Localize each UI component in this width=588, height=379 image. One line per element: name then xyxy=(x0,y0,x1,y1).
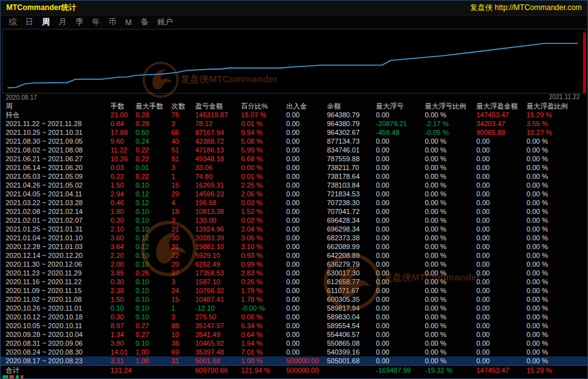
cell: 0.00 % xyxy=(425,269,476,277)
column-header[interactable]: 盈亏金额 xyxy=(195,102,241,110)
table-row[interactable]: 持仓21.000.2875145319.8715.07 %0.00964380.… xyxy=(1,110,587,119)
table-row[interactable]: 2021.11.22 ~ 2021.11.280.840.28378.120.0… xyxy=(1,119,587,128)
table-row[interactable]: 2020.10.26 ~ 2020.11.010.100.101-12.10-0… xyxy=(1,304,587,312)
column-header[interactable]: 百分比% xyxy=(241,102,286,110)
cell: 51 xyxy=(171,154,195,163)
cell: 3.10 % xyxy=(241,242,286,251)
cell: 5.99 % xyxy=(241,146,286,154)
column-header[interactable]: 最大浮盈金额 xyxy=(476,102,527,110)
cell: 0.22 xyxy=(110,172,136,181)
table-row[interactable]: 2020.08.31 ~ 2020.09.063.800.103810465.9… xyxy=(1,339,587,348)
column-header[interactable]: 最大浮亏 xyxy=(376,102,425,110)
table-row[interactable]: 2020.09.28 ~ 2020.10.041.340.27103541.49… xyxy=(1,330,587,339)
column-header[interactable]: 最大手数 xyxy=(136,102,171,110)
cell: 0.00 xyxy=(476,207,527,216)
cell: 0.00 % xyxy=(425,233,476,242)
table-row[interactable]: 2021.08.02 ~ 2021.08.0811.220.225147186.… xyxy=(1,146,587,154)
table-row[interactable]: 2020.12.14 ~ 2020.12.202.200.10225929.10… xyxy=(1,251,587,260)
column-header[interactable]: 出入金 xyxy=(286,102,327,110)
brand-link[interactable]: 复盘侠 http://MTCommander.com xyxy=(470,3,582,13)
table-row[interactable]: 2020.11.16 ~ 2020.11.220.300.1031587.100… xyxy=(1,277,587,286)
table-row[interactable]: 2020.10.05 ~ 2020.10.118.970.278835147.9… xyxy=(1,321,587,330)
cell: -459.48 xyxy=(376,128,425,137)
week-range: 2021.08.02 ~ 2021.08.08 xyxy=(6,146,110,154)
table-row[interactable]: 2020.08.24 ~ 2020.08.3014.011.006935397.… xyxy=(1,348,587,356)
cell: 0.00 xyxy=(476,146,527,154)
cell: 636279.79 xyxy=(327,260,376,269)
table-row[interactable]: 2021.10.25 ~ 2021.10.3117.880.506687167.… xyxy=(1,128,587,137)
column-header[interactable]: 余额 xyxy=(327,102,376,110)
table-row[interactable]: 2021.05.03 ~ 2021.05.090.220.22174.800.0… xyxy=(1,172,587,181)
table-row[interactable]: 2020.11.02 ~ 2020.11.081.500.101510487.4… xyxy=(1,295,587,304)
cell: 1 xyxy=(171,172,195,181)
cell: 0.00 % xyxy=(425,163,476,172)
table-row[interactable]: 2021.02.08 ~ 2021.02.141.800.101810813.3… xyxy=(1,207,587,216)
table-row[interactable]: 2021.04.05 ~ 2021.04.112.940.122914596.2… xyxy=(1,190,587,198)
cell: 35147.97 xyxy=(195,321,241,330)
table-row[interactable]: 2020.10.12 ~ 2020.10.180.300.103275.500.… xyxy=(1,312,587,321)
equity-curve-line xyxy=(8,43,578,88)
cell: -0.05 % xyxy=(425,128,476,137)
cell: 3.64 xyxy=(110,242,136,251)
table-row[interactable]: 2021.08.30 ~ 2021.09.059.600.244042388.7… xyxy=(1,137,587,146)
cell: 29 xyxy=(171,190,195,198)
table-row[interactable]: 2021.02.01 ~ 2021.02.070.300.103130.000.… xyxy=(1,216,587,225)
menu-item-币[interactable]: 币 xyxy=(107,16,119,28)
cell: 0.00 xyxy=(376,216,425,225)
week-range: 2021.05.03 ~ 2021.05.09 xyxy=(6,172,110,181)
cell: 51 xyxy=(171,146,195,154)
menu-item-日[interactable]: 日 xyxy=(24,16,36,28)
cell: 6.34 % xyxy=(241,321,286,330)
menu-item-M[interactable]: M xyxy=(124,18,134,28)
menu-item-综[interactable]: 综 xyxy=(7,16,19,28)
axis-end-date: 2021.11.22 xyxy=(549,93,580,100)
cell: 500000.00 xyxy=(286,366,327,375)
menu-item-备[interactable]: 备 xyxy=(139,16,151,28)
cell: 0.00 xyxy=(286,172,327,181)
cell: 0.00 xyxy=(376,330,425,339)
cell: 550865.08 xyxy=(327,339,376,348)
table-row[interactable]: 2020.11.30 ~ 2020.12.062.000.10206262.49… xyxy=(1,260,587,269)
cell: 0.10 xyxy=(136,216,171,225)
column-header[interactable]: 最大浮盈比例 xyxy=(527,102,587,110)
cell: 0.00 xyxy=(376,110,425,119)
table-row[interactable]: 2020.12.28 ~ 2021.01.033.640.123119881.1… xyxy=(1,242,587,251)
table-row[interactable]: 2020.11.23 ~ 2020.11.293.850.253717358.5… xyxy=(1,269,587,277)
table-row[interactable]: 2021.01.04 ~ 2021.01.103.600.123020283.3… xyxy=(1,233,587,242)
menu-item-周[interactable]: 周 xyxy=(40,16,52,28)
table-row[interactable]: 2021.04.26 ~ 2021.05.021.500.101516269.3… xyxy=(1,181,587,190)
menu-item-年[interactable]: 年 xyxy=(90,16,102,28)
cell: 3 xyxy=(171,216,195,225)
cell: 3.31 xyxy=(110,356,136,365)
column-header[interactable]: 周 xyxy=(6,102,110,110)
week-range: 2020.08.24 ~ 2020.08.30 xyxy=(6,348,110,356)
cell: 11.22 xyxy=(110,146,136,154)
table-row[interactable]: 2021.03.22 ~ 2021.03.280.460.124196.580.… xyxy=(1,198,587,207)
equity-chart[interactable] xyxy=(2,29,586,93)
cell: 0.03 xyxy=(110,163,136,172)
column-header[interactable]: 最大浮亏比例 xyxy=(425,102,476,110)
cell: 0.10 xyxy=(136,339,171,348)
cell: 0.84 xyxy=(110,119,136,128)
menu-item-月[interactable]: 月 xyxy=(57,16,69,28)
cell: 7.01 % xyxy=(241,348,286,356)
table-row[interactable]: 2020.08.17 ~ 2020.08.233.311.00315001.68… xyxy=(1,356,587,365)
table-row[interactable]: 2021.06.14 ~ 2021.06.200.030.01333.060.0… xyxy=(1,163,587,172)
cell: 3.60 xyxy=(110,233,136,242)
table-row[interactable]: 2021.06.21 ~ 2021.06.2710.260.225149348.… xyxy=(1,154,587,163)
cell: 0.03 % xyxy=(241,198,286,207)
cell: 1587.10 xyxy=(195,277,241,286)
cell: 6262.49 xyxy=(195,260,241,269)
column-header[interactable]: 手数 xyxy=(110,102,136,110)
cell: 0.28 xyxy=(136,119,171,128)
cell: 3.85 xyxy=(110,269,136,277)
cell: 662089.99 xyxy=(327,242,376,251)
menu-item-季[interactable]: 季 xyxy=(73,16,85,28)
table-row[interactable]: 2021.01.25 ~ 2021.01.312.100.102113924.9… xyxy=(1,225,587,233)
cell: 0.00 xyxy=(476,339,527,348)
x-axis-labels: 2020.08.17 2021.11.22 xyxy=(1,93,587,102)
week-range: 2021.04.05 ~ 2021.04.11 xyxy=(6,190,110,198)
menu-item-账户[interactable]: 账户 xyxy=(155,16,174,28)
column-header[interactable]: 次数 xyxy=(171,102,195,110)
table-row[interactable]: 2020.11.09 ~ 2020.11.152.380.102410766.3… xyxy=(1,286,587,295)
